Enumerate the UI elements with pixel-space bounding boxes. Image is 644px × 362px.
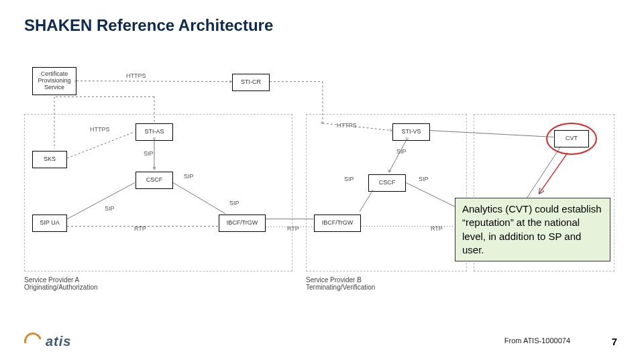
svg-line-4 <box>67 132 135 158</box>
svg-line-9 <box>67 182 135 219</box>
svg-line-15 <box>360 190 373 212</box>
architecture-diagram: Certificate Provisioning Service STI-CR … <box>24 67 620 295</box>
page-title: SHAKEN Reference Architecture <box>24 16 273 35</box>
svg-line-10 <box>173 182 225 213</box>
svg-line-20 <box>539 153 568 193</box>
analytics-callout: Analytics (CVT) could establish “reputat… <box>455 198 610 261</box>
svg-line-14 <box>389 139 407 172</box>
atis-logo: atis <box>24 333 71 350</box>
source-attribution: From ATIS-1000074 <box>504 337 570 345</box>
page-number: 7 <box>612 336 617 347</box>
svg-line-18 <box>430 131 553 137</box>
svg-line-0 <box>76 81 231 82</box>
atis-logo-text: atis <box>46 334 71 349</box>
svg-line-3 <box>323 123 392 131</box>
cvt-highlight-ellipse <box>546 123 597 155</box>
atis-swirl-icon <box>21 329 45 353</box>
